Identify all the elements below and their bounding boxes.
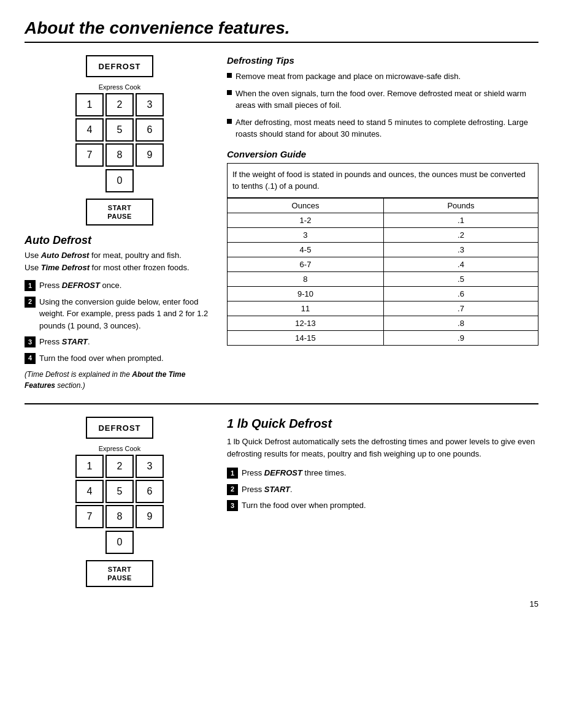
left-panel-top: Defrost Express Cook 1 2 3 4 5 6 7 8 9 0… — [25, 55, 215, 391]
quick-defrost-desc: 1 lb Quick Defrost automatically sets th… — [227, 436, 538, 460]
key-2[interactable]: 2 — [105, 93, 134, 116]
key-9[interactable]: 9 — [136, 143, 164, 167]
key-zero-row-top: 0 — [25, 169, 215, 192]
key-b-2[interactable]: 2 — [105, 455, 134, 478]
step-4: 4 Turn the food over when prompted. — [25, 352, 215, 365]
tip-2: When the oven signals, turn the food ove… — [227, 88, 538, 112]
col-ounces: Ounces — [228, 198, 384, 213]
key-b-8[interactable]: 8 — [105, 505, 134, 528]
tip-1: Remove meat from package and place on mi… — [227, 70, 538, 83]
auto-defrost-title: Auto Defrost — [25, 234, 215, 247]
key-b-9[interactable]: 9 — [136, 505, 164, 528]
conversion-guide-title: Conversion Guide — [227, 149, 538, 159]
key-0[interactable]: 0 — [105, 169, 134, 192]
quick-defrost-title: 1 lb Quick Defrost — [227, 417, 538, 431]
key-3[interactable]: 3 — [136, 93, 164, 116]
key-b-3[interactable]: 3 — [136, 455, 164, 478]
keypad-bottom: 1 2 3 4 5 6 7 8 9 — [25, 455, 215, 528]
quick-defrost-steps: 1 Press DEFROST three times. 2 Press STA… — [227, 467, 538, 512]
tip-3: After defrosting, most meats need to sta… — [227, 116, 538, 140]
table-row: 9-10.6 — [228, 286, 538, 301]
conversion-table: Ounces Pounds 1-2.13.24-5.36-7.48.59-10.… — [227, 198, 538, 346]
defrost-button-bottom[interactable]: Defrost — [86, 417, 153, 439]
qd-step-2: 2 Press START. — [227, 483, 538, 496]
keypad-label-bottom: Express Cook — [25, 445, 215, 452]
tips-list: Remove meat from package and place on mi… — [227, 70, 538, 140]
bottom-section: Defrost Express Cook 1 2 3 4 5 6 7 8 9 0… — [25, 403, 538, 587]
conversion-note: If the weight of food is stated in pound… — [227, 163, 538, 198]
key-8[interactable]: 8 — [105, 143, 134, 167]
table-row: 12-13.8 — [228, 316, 538, 330]
start-pause-button-top[interactable]: Start Pause — [86, 199, 153, 226]
start-pause-button-bottom[interactable]: Start Pause — [86, 560, 153, 587]
top-section: Defrost Express Cook 1 2 3 4 5 6 7 8 9 0… — [25, 55, 538, 391]
step-3: 3 Press START. — [25, 336, 215, 348]
key-zero-row-bottom: 0 — [25, 531, 215, 554]
key-b-4[interactable]: 4 — [75, 480, 104, 503]
key-7[interactable]: 7 — [75, 143, 104, 167]
qd-step-1: 1 Press DEFROST three times. — [227, 467, 538, 479]
conversion-table-body: 1-2.13.24-5.36-7.48.59-10.611.712-13.814… — [228, 213, 538, 345]
table-row: 1-2.1 — [228, 213, 538, 227]
page-number: 15 — [25, 599, 538, 609]
table-row: 4-5.3 — [228, 242, 538, 257]
step-2: 2 Using the conversion guide below, ente… — [25, 296, 215, 332]
table-row: 8.5 — [228, 271, 538, 286]
keypad-top: 1 2 3 4 5 6 7 8 9 — [25, 93, 215, 167]
key-b-6[interactable]: 6 — [136, 480, 164, 503]
key-b-0[interactable]: 0 — [105, 531, 134, 554]
table-row: 11.7 — [228, 301, 538, 316]
table-row: 14-15.9 — [228, 330, 538, 345]
keypad-label-top: Express Cook — [25, 83, 215, 91]
table-row: 3.2 — [228, 227, 538, 242]
right-panel-bottom: 1 lb Quick Defrost 1 lb Quick Defrost au… — [227, 417, 538, 587]
right-panel-top: Defrosting Tips Remove meat from package… — [227, 55, 538, 391]
key-b-7[interactable]: 7 — [75, 505, 104, 528]
auto-defrost-note: (Time Defrost is explained in the About … — [25, 369, 215, 391]
col-pounds: Pounds — [383, 198, 538, 213]
auto-defrost-steps: 1 Press DEFROST once. 2 Using the conver… — [25, 279, 215, 364]
key-b-5[interactable]: 5 — [105, 480, 134, 503]
qd-step-3: 3 Turn the food over when prompted. — [227, 499, 538, 512]
auto-defrost-desc: Use Auto Defrost for meat, poultry and f… — [25, 249, 215, 273]
page-title: About the convenience features. — [25, 18, 538, 43]
key-b-1[interactable]: 1 — [75, 455, 104, 478]
defrosting-tips-title: Defrosting Tips — [227, 55, 538, 66]
key-6[interactable]: 6 — [136, 118, 164, 142]
key-1[interactable]: 1 — [75, 93, 104, 116]
key-5[interactable]: 5 — [105, 118, 134, 142]
table-row: 6-7.4 — [228, 257, 538, 271]
bullet-1 — [227, 73, 232, 78]
step-1: 1 Press DEFROST once. — [25, 279, 215, 292]
key-4[interactable]: 4 — [75, 118, 104, 142]
bullet-3 — [227, 119, 232, 124]
defrost-button-top[interactable]: Defrost — [86, 55, 153, 77]
bullet-2 — [227, 90, 232, 95]
left-panel-bottom: Defrost Express Cook 1 2 3 4 5 6 7 8 9 0… — [25, 417, 215, 587]
